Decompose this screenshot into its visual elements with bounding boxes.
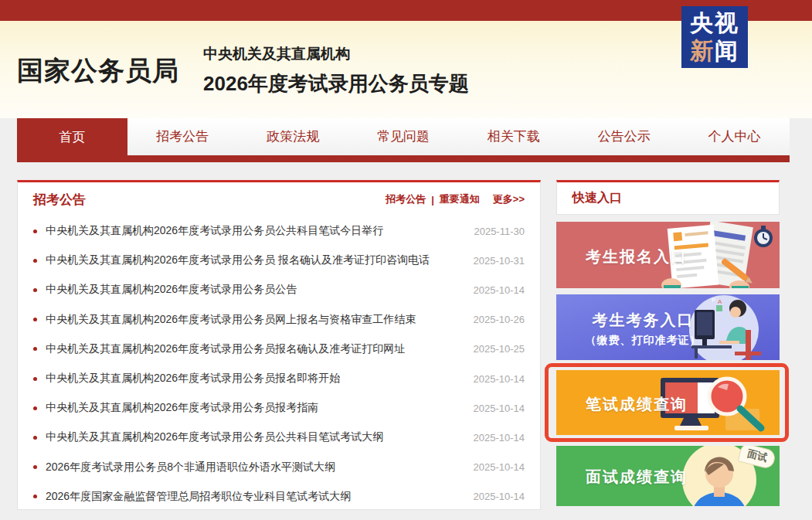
filter-recruitment-announcements[interactable]: 招考公告 bbox=[386, 192, 426, 206]
announcement-link[interactable]: 中央机关及其直属机构2026年度考试录用公务员公共科目笔试今日举行 bbox=[46, 224, 383, 238]
bullet-icon bbox=[33, 436, 37, 440]
announcements-panel: 招考公告 招考公告 | 重要通知 更多>> 中央机关及其直属机构2026年度考试… bbox=[17, 180, 541, 510]
bullet-icon bbox=[33, 377, 37, 381]
announcements-filters: 招考公告 | 重要通知 更多>> bbox=[386, 192, 525, 206]
filter-important-notices[interactable]: 重要通知 bbox=[440, 192, 480, 206]
announcement-list: 中央机关及其直属机构2026年度考试录用公务员公共科目笔试今日举行2025-11… bbox=[18, 216, 540, 512]
announcement-date: 2025-10-25 bbox=[474, 343, 525, 355]
nav-red-strip bbox=[17, 155, 790, 162]
announcement-item: 中央机关及其直属机构2026年度考试录用公务员报考指南2025-10-14 bbox=[33, 393, 525, 423]
tab-faq[interactable]: 常见问题 bbox=[348, 118, 459, 155]
announcement-link[interactable]: 2026年度考试录用公务员8个非通用语职位外语水平测试大纲 bbox=[46, 461, 335, 474]
announcement-date: 2025-10-14 bbox=[474, 284, 525, 296]
announcement-date: 2025-10-14 bbox=[474, 373, 525, 385]
card-exam-affairs-sublabel: （缴费、打印准考证） bbox=[572, 334, 715, 348]
logo-row1: 央视 bbox=[690, 9, 739, 37]
svg-text:A: A bbox=[718, 298, 722, 305]
tab-downloads[interactable]: 相关下载 bbox=[458, 118, 569, 155]
card-written-score-inquiry[interactable]: 笔试成绩查询 bbox=[556, 370, 780, 435]
announcement-item: 中央机关及其直属机构2026年度考试录用公务员公共科目笔试今日举行2025-11… bbox=[33, 216, 525, 246]
site-name: 国家公务员局 bbox=[17, 53, 179, 89]
announcement-item: 中央机关及其直属机构2026年度考试录用公务员网上报名与资格审查工作结束2025… bbox=[33, 305, 525, 335]
main-navigation: 首页 招考公告 政策法规 常见问题 相关下载 公告公示 个人中心 bbox=[17, 118, 790, 162]
tab-public-notices[interactable]: 公告公示 bbox=[569, 118, 679, 155]
quick-entry-header: 快速入口 bbox=[556, 180, 780, 215]
announcement-date: 2025-11-30 bbox=[474, 226, 525, 237]
tab-home[interactable]: 首页 bbox=[17, 118, 127, 162]
card-written-score-label: 笔试成绩查询 bbox=[586, 394, 688, 415]
card-exam-affairs-label: 考生考务入口 bbox=[572, 310, 715, 331]
announcement-link[interactable]: 中央机关及其直属机构2026年度考试录用公务员网上报名与资格审查工作结束 bbox=[46, 313, 416, 327]
card-exam-affairs-entry[interactable]: 考生考务入口 （缴费、打印准考证） A P bbox=[556, 294, 780, 360]
announcement-item: 中央机关及其直属机构2026年度考试录用公务员公共科目笔试考试大纲2025-10… bbox=[33, 423, 525, 452]
announcement-link[interactable]: 中央机关及其直属机构2026年度考试录用公务员 报名确认及准考证打印咨询电话 bbox=[46, 253, 430, 267]
announcements-header: 招考公告 招考公告 | 重要通知 更多>> bbox=[18, 182, 540, 216]
announcement-date: 2025-10-26 bbox=[474, 314, 525, 325]
subject-title: 中央机关及其直属机构 2026年度考试录用公务员专题 bbox=[203, 44, 469, 97]
card-interview-score-label: 面试成绩查询 bbox=[586, 467, 688, 488]
announcement-date: 2025-10-14 bbox=[474, 432, 525, 444]
subject-line1: 中央机关及其直属机构 bbox=[203, 44, 469, 64]
bullet-icon bbox=[33, 406, 37, 410]
announcement-date: 2025-10-14 bbox=[474, 403, 525, 414]
announcement-date: 2025-10-14 bbox=[474, 491, 525, 502]
bullet-icon bbox=[33, 495, 37, 498]
bullet-icon bbox=[33, 347, 37, 351]
announcement-item: 中央机关及其直属机构2026年度考试录用公务员公告2025-10-14 bbox=[33, 275, 525, 304]
more-link[interactable]: 更多>> bbox=[493, 192, 525, 206]
subject-line2: 2026年度考试录用公务员专题 bbox=[203, 70, 469, 97]
card-interview-score-inquiry[interactable]: 面试成绩查询 面试 bbox=[556, 446, 780, 506]
tab-personal-center[interactable]: 个人中心 bbox=[679, 118, 790, 155]
bullet-icon bbox=[33, 259, 37, 263]
page: 2026年01月15日 星期四 上午好! 国家公务员局 中央机关及其直属机构 2… bbox=[0, 0, 812, 520]
announcement-item: 中央机关及其直属机构2026年度考试录用公务员报名即将开始2025-10-14 bbox=[33, 364, 525, 393]
bullet-icon bbox=[33, 288, 37, 292]
cctv-news-logo: 央视 新闻 bbox=[681, 6, 748, 68]
announcement-date: 2025-10-31 bbox=[474, 255, 525, 267]
announcement-link[interactable]: 中央机关及其直属机构2026年度考试录用公务员公共科目笔试考试大纲 bbox=[46, 430, 383, 444]
announcement-item: 中央机关及其直属机构2026年度考试录用公务员 报名确认及准考证打印咨询电话20… bbox=[33, 246, 525, 275]
announcement-link[interactable]: 中央机关及其直属机构2026年度考试录用公务员公告 bbox=[46, 283, 297, 297]
tab-recruitment-announcements[interactable]: 招考公告 bbox=[127, 118, 238, 155]
quick-entry-title: 快速入口 bbox=[572, 191, 622, 204]
logo-row2: 新闻 bbox=[690, 37, 739, 65]
bullet-icon bbox=[33, 229, 37, 233]
announcement-link[interactable]: 中央机关及其直属机构2026年度考试录用公务员报名确认及准考证打印网址 bbox=[46, 342, 405, 356]
bullet-icon bbox=[33, 465, 37, 469]
announcement-item: 2026年度考试录用公务员8个非通用语职位外语水平测试大纲2025-10-14 bbox=[33, 453, 525, 482]
svg-text:P: P bbox=[712, 297, 715, 304]
tab-policies-regulations[interactable]: 政策法规 bbox=[238, 118, 348, 155]
card-registration-entry[interactable]: 考生报名入口 bbox=[556, 222, 780, 288]
announcement-item: 中央机关及其直属机构2026年度考试录用公务员报名确认及准考证打印网址2025-… bbox=[33, 335, 525, 364]
announcements-title: 招考公告 bbox=[33, 191, 86, 209]
announcement-link[interactable]: 中央机关及其直属机构2026年度考试录用公务员报名即将开始 bbox=[46, 372, 340, 386]
card-exam-affairs-labels: 考生考务入口 （缴费、打印准考证） bbox=[572, 310, 715, 348]
announcement-item: 2026年度国家金融监督管理总局招考职位专业科目笔试考试大纲2025-10-14 bbox=[33, 482, 525, 512]
bullet-icon bbox=[33, 318, 37, 321]
announcement-link[interactable]: 中央机关及其直属机构2026年度考试录用公务员报考指南 bbox=[46, 401, 318, 415]
announcement-date: 2025-10-14 bbox=[474, 461, 525, 473]
filter-separator: | bbox=[431, 194, 434, 206]
nav-tabs: 首页 招考公告 政策法规 常见问题 相关下载 公告公示 个人中心 bbox=[17, 118, 790, 155]
card-registration-label: 考生报名入口 bbox=[586, 246, 688, 267]
announcement-link[interactable]: 2026年度国家金融监督管理总局招考职位专业科目笔试考试大纲 bbox=[46, 490, 351, 504]
